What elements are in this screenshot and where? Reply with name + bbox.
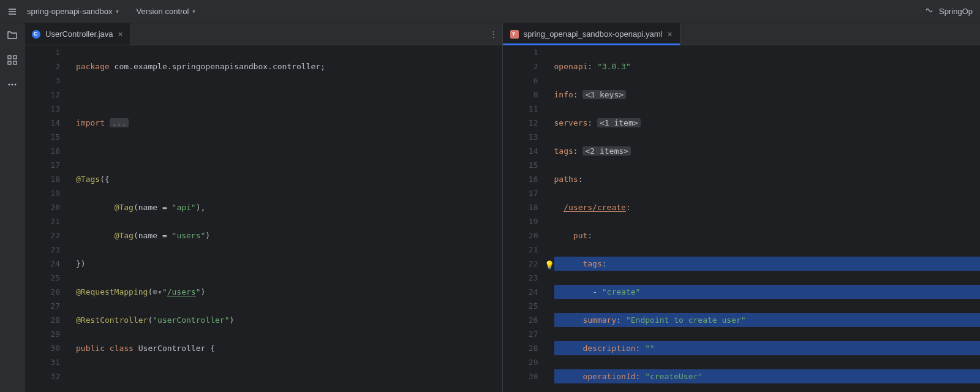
code-content-left[interactable]: package com.example.springopenapisandbox… bbox=[74, 45, 502, 392]
close-icon[interactable]: × bbox=[667, 30, 672, 39]
main-menu-icon[interactable] bbox=[5, 4, 20, 19]
run-config-name[interactable]: SpringOp bbox=[939, 7, 973, 16]
code-content-right[interactable]: openapi: "3.0.3" info: <3 keys> servers:… bbox=[552, 45, 981, 392]
gutter-right: 1 2 6 8 11 12 13 14 15 16 17 18 19 20 21… bbox=[503, 45, 552, 392]
run-config-icon[interactable] bbox=[924, 6, 934, 17]
version-control-menu[interactable]: Version control ▾ bbox=[131, 4, 200, 18]
project-selector[interactable]: spring-openapi-sandbox ▾ bbox=[22, 4, 124, 18]
chevron-down-icon: ▾ bbox=[192, 8, 195, 15]
editor-tabs-left: UserController.java × ⋮ bbox=[24, 23, 502, 45]
tab-openapi-yaml[interactable]: spring_openapi_sandbox-openapi.yaml × bbox=[503, 23, 680, 45]
chevron-down-icon: ▾ bbox=[116, 8, 119, 15]
code-editor-left[interactable]: ✓ 1 2 3 12 13 14 15 16 17 18 19 20 21 22 bbox=[24, 45, 502, 392]
code-editor-right[interactable]: 1 2 6 8 11 12 13 14 15 16 17 18 19 20 21… bbox=[503, 45, 981, 392]
left-tool-strip bbox=[0, 23, 24, 392]
intention-bulb-icon[interactable]: 💡 bbox=[545, 258, 554, 272]
tab-label: UserController.java bbox=[45, 29, 113, 39]
gutter-left: 1 2 3 12 13 14 15 16 17 18 19 20 21 22 2… bbox=[24, 45, 74, 392]
more-tool-icon[interactable] bbox=[4, 76, 21, 93]
svg-point-6 bbox=[14, 84, 16, 86]
java-class-icon bbox=[32, 30, 40, 39]
editor-pane-left: UserController.java × ⋮ ✓ 1 2 3 12 13 14… bbox=[24, 23, 503, 392]
structure-tool-icon[interactable] bbox=[4, 51, 21, 69]
top-bar: spring-openapi-sandbox ▾ Version control… bbox=[0, 0, 980, 23]
svg-rect-3 bbox=[13, 61, 17, 64]
project-tool-icon[interactable] bbox=[4, 27, 21, 44]
svg-rect-2 bbox=[8, 61, 11, 64]
tab-usercontroller[interactable]: UserController.java × bbox=[24, 23, 131, 45]
editor-tabs-right: spring_openapi_sandbox-openapi.yaml × bbox=[503, 23, 981, 45]
project-name: spring-openapi-sandbox bbox=[27, 7, 112, 16]
close-icon[interactable]: × bbox=[118, 30, 123, 39]
editor-pane-right: spring_openapi_sandbox-openapi.yaml × 1 … bbox=[503, 23, 981, 392]
version-control-label: Version control bbox=[136, 7, 189, 16]
svg-point-4 bbox=[8, 84, 10, 86]
svg-point-5 bbox=[11, 84, 13, 86]
yaml-file-icon bbox=[510, 30, 519, 39]
svg-rect-0 bbox=[8, 56, 11, 59]
tab-label: spring_openapi_sandbox-openapi.yaml bbox=[524, 29, 663, 39]
svg-rect-1 bbox=[13, 56, 17, 59]
tab-more-icon[interactable]: ⋮ bbox=[489, 23, 502, 45]
